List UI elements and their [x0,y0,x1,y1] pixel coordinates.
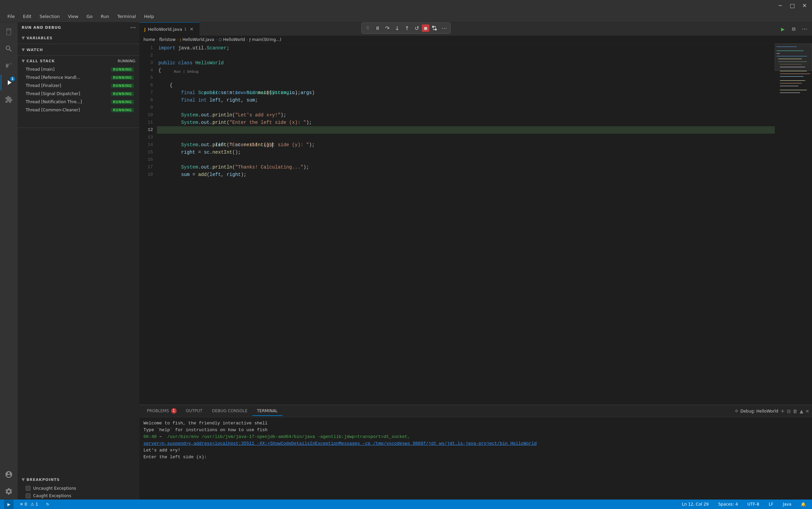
svg-rect-10 [780,71,807,71]
editor-tabs: J HelloWorld.java 1 ✕ ▶ ⊟ ⋯ [139,22,812,36]
run-debug-more[interactable]: ⋯ [130,24,136,31]
svg-rect-6 [778,59,802,59]
terminal-close-button[interactable]: ✕ [805,408,809,414]
call-stack-section: ▼CALL STACK Running Thread [main] RUNNIN… [18,57,139,114]
menu-file[interactable]: File [4,13,18,20]
menu-run[interactable]: Run [97,13,113,20]
cursor-position-status[interactable]: Ln 12, Col 29 [680,500,711,509]
caught-exceptions-checkbox[interactable] [26,493,30,498]
breadcrumb-home[interactable]: home [143,37,155,42]
terminal-content[interactable]: Welcome to fish, the friendly interactiv… [139,417,812,500]
code-editor[interactable]: 1 2 3 4 5 6 7 8 9 10 11 12 13 14 15 16 1 [139,44,812,405]
code-line-15: right = sc.nextInt(); [157,149,775,156]
menu-go[interactable]: Go [83,13,96,20]
call-stack-status: Running [118,59,135,63]
accounts-activity-icon[interactable] [1,466,17,483]
status-bar-right: Ln 12, Col 29 Spaces: 4 UTF-8 LF Java 🔔 [680,500,808,509]
restart-button[interactable]: ↺ [412,23,422,33]
minimize-button[interactable]: ─ [775,1,785,10]
code-line-8: final int left, right, sum; [157,96,775,104]
terminal-line-4: server=n,suspend=y,address=localhost:355… [143,440,808,447]
search-activity-icon[interactable] [1,41,17,57]
breakpoints-header[interactable]: ▼BREAKPOINTS [18,474,139,485]
breadcrumb-method[interactable]: main(String...) [252,37,281,42]
run-java-button[interactable]: ▶ [778,24,788,34]
settings-activity-icon[interactable] [1,483,17,500]
editor-more-button[interactable]: ⋯ [800,24,809,34]
step-over-button[interactable]: ↷ [383,23,392,33]
thread-notification[interactable]: Thread [Notification Thre...] RUNNING [18,98,139,106]
svg-rect-0 [432,26,434,28]
notifications-status[interactable]: 🔔 [799,500,808,509]
breadcrumb-file[interactable]: HelloWorld.java [182,37,214,42]
panel-tab-right: ⚙ Debug: HelloWorld + ⊟ 🗑 ▲ ✕ [735,408,809,414]
source-control-activity-icon[interactable] [1,58,17,74]
call-stack-header[interactable]: ▼CALL STACK Running [18,57,139,65]
errors-status[interactable]: ✕ 0 ⚠ 1 [18,500,40,509]
minimap-content [775,44,812,179]
menu-selection[interactable]: Selection [36,13,63,20]
close-button[interactable]: ✕ [800,1,809,10]
encoding-status[interactable]: UTF-8 [745,500,761,509]
tab-problems[interactable]: PROBLEMS 1 [142,406,181,416]
menu-help[interactable]: Help [141,13,158,20]
code-line-14: System.out.print("Enter the right side (… [157,141,775,149]
line-ending-status[interactable]: LF [767,500,775,509]
svg-rect-11 [780,73,810,74]
debug-helloworld-label: ⚙ [735,409,738,413]
stop-button[interactable]: ■ [422,24,429,32]
debug-status-item[interactable]: ▶ [4,500,14,509]
uncaught-exceptions-breakpoint[interactable]: Uncaught Exceptions [18,485,139,492]
no-problems-status[interactable]: ↻ [44,500,51,509]
code-line-1: import java.util.Scanner; [157,44,775,52]
breadcrumb-user[interactable]: fbristow [159,37,176,42]
run-debug-activity-icon[interactable]: 1 [1,74,17,91]
thread-common-cleaner[interactable]: Thread [Common-Cleaner] RUNNING [18,106,139,114]
terminal-kill-button[interactable]: 🗑 [793,408,797,414]
variables-header[interactable]: ▼VARIABLES [18,33,139,43]
svg-rect-18 [777,61,810,65]
code-content[interactable]: import java.util.Scanner; public class H… [157,44,775,405]
breadcrumb-class-icon: ⬡ [219,38,222,42]
code-line-11: System.out.print("Enter the left side (x… [157,119,775,126]
step-into-button[interactable]: ↓ [392,23,402,33]
svg-rect-12 [780,76,804,77]
editor-actions: ▶ ⊟ ⋯ [778,24,812,34]
sidebar: RUN AND DEBUG ⋯ ▼VARIABLES ▼WATCH ▼CALL … [18,22,139,500]
step-out-button[interactable]: ↑ [402,23,412,33]
explorer-activity-icon[interactable] [1,24,17,40]
tab-terminal[interactable]: TERMINAL [252,406,283,416]
language-status[interactable]: Java [781,500,793,509]
thread-main[interactable]: Thread [main] RUNNING [18,65,139,73]
maximize-button[interactable]: □ [788,1,797,10]
extensions-activity-icon[interactable] [1,91,17,108]
breadcrumb-class[interactable]: HelloWorld [223,37,245,42]
menu-edit[interactable]: Edit [20,13,35,20]
tab-helloworld[interactable]: J HelloWorld.java 1 ✕ [139,22,200,36]
terminal-split-button[interactable]: ⊟ [787,408,791,414]
code-line-5: Run | Debug public static void main(Stri… [157,74,775,82]
tab-debug-console[interactable]: DEBUG CONSOLE [207,406,252,416]
hot-code-replace-button[interactable] [430,23,439,33]
caught-exceptions-breakpoint[interactable]: Caught Exceptions [18,492,139,500]
thread-finalizer[interactable]: Thread [Finalizer] RUNNING [18,82,139,90]
uncaught-exceptions-checkbox[interactable] [26,486,30,491]
spaces-status[interactable]: Spaces: 4 [716,500,740,509]
variables-section: ▼VARIABLES [18,33,139,43]
menu-terminal[interactable]: Terminal [114,13,139,20]
tab-close-button[interactable]: ✕ [188,26,195,32]
watch-header[interactable]: ▼WATCH [18,45,139,55]
svg-rect-1 [435,28,437,30]
more-button[interactable]: ⋯ [439,23,449,33]
minimap [775,44,812,405]
thread-signal-dispatcher[interactable]: Thread [Signal Dispatcher] RUNNING [18,90,139,98]
terminal-maximize-button[interactable]: ▲ [799,408,803,414]
new-terminal-button[interactable]: + [780,408,785,414]
menu-view[interactable]: View [65,13,82,20]
thread-reference-handler[interactable]: Thread [Reference Handl... RUNNING [18,73,139,82]
pause-button[interactable]: ⏸ [373,23,382,33]
menu-bar: File Edit Selection View Go Run Terminal… [0,11,812,22]
split-editor-button[interactable]: ⊟ [789,24,798,34]
tab-output[interactable]: OUTPUT [181,406,207,416]
line-numbers: 1 2 3 4 5 6 7 8 9 10 11 12 13 14 15 16 1 [139,44,157,405]
